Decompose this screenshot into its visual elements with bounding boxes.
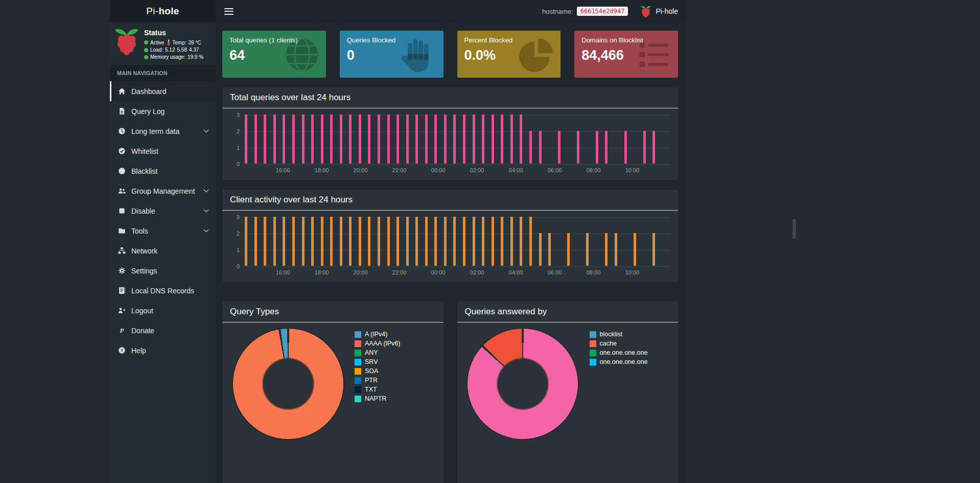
- sidebar-item-label: Settings: [131, 267, 157, 275]
- chart-bar: [425, 114, 428, 164]
- top-navbar: Pi-hole hostname: 666154e2d947 Pi-hole: [110, 0, 686, 22]
- legend-swatch: [355, 396, 361, 402]
- legend-label: NAPTR: [365, 395, 386, 402]
- legend-label: one.one.one.one: [600, 349, 648, 356]
- legend-item-any[interactable]: ANY: [355, 348, 400, 357]
- chart-bar: [302, 217, 305, 266]
- legend-item-aaaa-ipv6[interactable]: AAAA (IPv6): [355, 339, 400, 348]
- sidebar-item-donate[interactable]: PDonate: [110, 320, 216, 340]
- sidebar-toggle-button[interactable]: [223, 6, 235, 17]
- sidebar-item-network[interactable]: Network: [110, 241, 216, 261]
- sidebar-item-logout[interactable]: Logout: [110, 301, 216, 320]
- chart-bar: [567, 233, 570, 266]
- sidebar-item-blacklist[interactable]: Blacklist: [110, 161, 216, 181]
- legend-item-a-ipv4[interactable]: A (IPv4): [355, 330, 400, 339]
- status-info: Status Active Temp: 39 °C Load: 5.12 5.5…: [144, 27, 203, 60]
- stat-card-title: Queries Blocked: [347, 36, 436, 44]
- chart-bar: [492, 217, 494, 266]
- sidebar-item-label: Local DNS Records: [131, 287, 194, 295]
- chart-bar: [624, 131, 627, 164]
- legend-label: one.one.one.one: [600, 358, 648, 365]
- load-value: 5.58: [177, 47, 187, 53]
- pihole-raspberry-icon: [640, 5, 651, 18]
- sidebar-item-group-management[interactable]: Group Management: [110, 181, 216, 201]
- chart-bar: [311, 114, 314, 164]
- legend-item-srv[interactable]: SRV: [355, 357, 400, 366]
- query-types-legend: A (IPv4)AAAA (IPv6)ANYSRVSOAPTRTXTNAPTR: [355, 329, 400, 439]
- chart-bar: [605, 233, 608, 266]
- x-axis-tick: 06:00: [548, 269, 562, 275]
- stat-card-value: 64: [229, 48, 319, 63]
- legend-swatch: [355, 350, 361, 356]
- chart-bar: [302, 114, 305, 164]
- chart-bar: [349, 114, 352, 164]
- scrollbar-thumb[interactable]: [792, 219, 796, 239]
- legend-item-blocklist[interactable]: blocklist: [590, 330, 648, 339]
- x-axis-tick: 18:00: [315, 269, 329, 275]
- x-axis-tick: 08:00: [587, 269, 601, 275]
- legend-swatch: [590, 359, 596, 365]
- legend-item-txt[interactable]: TXT: [355, 385, 400, 394]
- status-title: Status: [144, 29, 203, 37]
- sidebar-item-whitelist[interactable]: Whitelist: [110, 141, 216, 161]
- chart-bar: [321, 217, 323, 266]
- app-logo-text-bold: hole: [158, 6, 179, 17]
- chart-bar: [577, 131, 579, 164]
- sidebar-item-local-dns-records[interactable]: Local DNS Records: [110, 281, 216, 301]
- memory-value: 19.9 %: [188, 54, 203, 60]
- sidebar-item-tools[interactable]: Tools: [110, 221, 216, 241]
- queries-answered-by-legend: blocklistcacheone.one.one.oneone.one.one…: [590, 329, 648, 439]
- donut-wrap: [228, 329, 347, 439]
- chart-bar: [311, 217, 314, 266]
- chart-bar: [520, 217, 522, 266]
- sidebar-item-label: Help: [131, 347, 146, 355]
- check-circle-icon: [118, 147, 126, 155]
- chart-bar: [378, 114, 380, 164]
- legend-item-ptr[interactable]: PTR: [355, 376, 400, 385]
- status-ok-icon: [144, 55, 148, 59]
- app-logo[interactable]: Pi-hole: [110, 0, 216, 22]
- load-value: 4.37: [189, 47, 199, 53]
- sidebar-item-label: Disable: [131, 207, 155, 215]
- chart-bar: [529, 217, 532, 266]
- chart-bar: [652, 131, 655, 164]
- sidebar-item-label: Tools: [131, 227, 148, 235]
- sidebar-item-disable[interactable]: Disable: [110, 201, 216, 221]
- legend-item-naptr[interactable]: NAPTR: [355, 394, 400, 403]
- chart-bar: [396, 114, 399, 164]
- sidebar-item-dashboard[interactable]: Dashboard: [110, 81, 216, 101]
- ban-icon: [118, 167, 126, 175]
- query-types-donut-chart: [233, 329, 343, 439]
- x-axis-tick: 16:00: [276, 269, 290, 275]
- legend-item-one-one-one-one[interactable]: one.one.one.one: [590, 348, 648, 357]
- chart-bar: [510, 114, 513, 164]
- chart-bar: [615, 233, 617, 266]
- chart-bar: [558, 131, 561, 164]
- sidebar-item-long-term-data[interactable]: Long term data: [110, 121, 216, 141]
- chart-bar: [321, 114, 323, 164]
- stat-card-title: Total queries (1 clients): [229, 36, 319, 44]
- chevron-down-icon: [203, 189, 209, 193]
- sidebar-item-settings[interactable]: Settings: [110, 261, 216, 281]
- chart-bar: [548, 233, 551, 266]
- donut-wrap: [463, 329, 582, 439]
- legend-item-soa[interactable]: SOA: [355, 366, 400, 376]
- svg-text:P: P: [120, 327, 124, 334]
- pihole-window: Pi-hole hostname: 666154e2d947 Pi-hole S…: [110, 0, 686, 483]
- chart-bar: [539, 131, 542, 164]
- sidebar-item-help[interactable]: ?Help: [110, 340, 216, 360]
- legend-item-one-one-one-one[interactable]: one.one.one.one: [590, 357, 648, 366]
- sidebar-item-query-log[interactable]: Query Log: [110, 101, 216, 121]
- gridline: [243, 217, 670, 218]
- y-axis-tick: 3: [229, 112, 240, 118]
- stop-icon: [118, 207, 126, 215]
- status-active-row: Active Temp: 39 °C: [144, 39, 203, 45]
- stat-card-title: Percent Blocked: [464, 36, 554, 44]
- y-axis-tick: 2: [229, 128, 240, 134]
- chart-bar: [434, 114, 437, 164]
- question-icon: ?: [118, 347, 126, 354]
- legend-item-cache[interactable]: cache: [590, 339, 648, 348]
- y-axis-tick: 0: [229, 161, 240, 167]
- chart-x-axis: 16:0018:0020:0022:0000:0002:0004:0006:00…: [243, 266, 670, 280]
- chevron-down-icon: [203, 129, 209, 133]
